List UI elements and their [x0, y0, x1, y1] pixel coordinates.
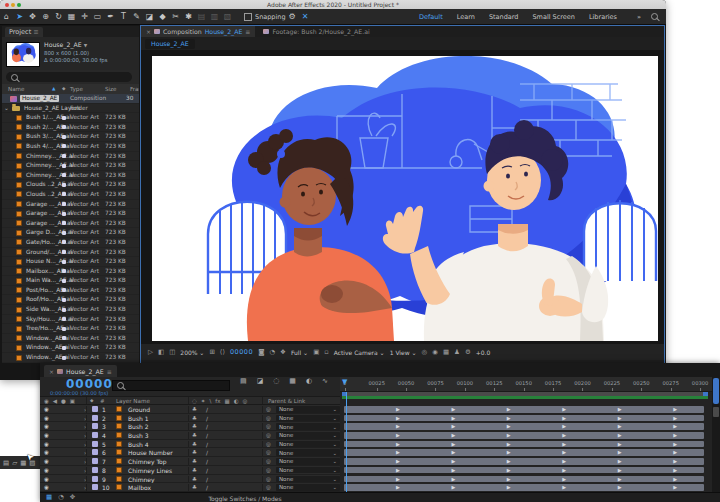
playhead-line[interactable]	[346, 392, 347, 492]
timeline-layer-row[interactable]: ◉ › 10 Mailbox ♣ / ◎ None ⌄	[40, 483, 340, 492]
brush-tool-icon[interactable]: ✎	[130, 9, 143, 24]
grayed-tool-icon-3[interactable]: ▧	[221, 9, 234, 24]
project-row-footage[interactable]: Chimney..._AE.ai Vector Art 723 KB	[2, 152, 139, 162]
layer-duration-bar[interactable]: ▶ ▶ ▶ ▶ ▶ ▶	[344, 406, 704, 413]
project-row-footage[interactable]: Mailbox..._AE.ai Vector Art 723 KB	[2, 267, 139, 277]
timeline-scrollbar[interactable]	[712, 377, 720, 492]
hide-shy-icon[interactable]: ◌	[273, 377, 279, 385]
continuously-rasterize-icon[interactable]: /	[206, 449, 208, 456]
camera-tool-icon[interactable]: ▦	[65, 9, 78, 24]
layer-duration-bar[interactable]: ▶ ▶ ▶ ▶ ▶ ▶	[344, 484, 704, 491]
pixel-aspect-icon[interactable]: ◎	[422, 348, 428, 356]
quality-sampling-icon[interactable]: ♣	[192, 467, 197, 473]
camera-select[interactable]: Active Camera ⌄	[334, 349, 385, 356]
time-ruler[interactable]: 0000250005000075001000012500150001750020…	[340, 377, 712, 392]
grid-guides-icon[interactable]: ⊞	[209, 348, 214, 356]
project-row-footage[interactable]: Chimney..._AE.ai Vector Art 723 KB	[2, 171, 139, 181]
parent-pickwhip-icon[interactable]: ◎	[266, 467, 271, 473]
puppet-pin-tool-icon[interactable]: ✱	[182, 9, 195, 24]
parent-select[interactable]: None ⌄	[276, 484, 340, 491]
layer-color-swatch[interactable]	[92, 423, 98, 429]
flowchart-icon[interactable]: ♟	[454, 348, 460, 356]
layer-track-lane[interactable]: ▶ ▶ ▶ ▶ ▶ ▶	[340, 414, 712, 423]
continuously-rasterize-icon[interactable]: /	[206, 406, 208, 413]
fx-column-icon[interactable]: fx	[215, 398, 220, 404]
parent-pickwhip-icon[interactable]: ◎	[266, 458, 271, 464]
layer-duration-bar[interactable]: ▶ ▶ ▶ ▶ ▶ ▶	[344, 467, 704, 474]
timeline-search-field[interactable]	[112, 380, 230, 391]
reset-exposure-icon[interactable]: ⚙	[465, 348, 471, 356]
home-tool-icon[interactable]: ⌂	[0, 9, 13, 24]
parent-select[interactable]: None ⌄	[276, 441, 340, 448]
solo-column-icon[interactable]: ●	[61, 398, 66, 404]
footage-tab[interactable]: Footage: Bush 2/House_2_AE.ai	[255, 26, 377, 37]
layer-name[interactable]: Bush 2	[128, 423, 149, 430]
layer-visibility-icon[interactable]: ◉	[44, 423, 49, 429]
parent-pickwhip-icon[interactable]: ◎	[266, 432, 271, 438]
continuously-rasterize-icon[interactable]: /	[206, 432, 208, 439]
layer-duration-bar[interactable]: ▶ ▶ ▶ ▶ ▶ ▶	[344, 476, 704, 483]
close-tab-icon[interactable]: ×	[146, 28, 151, 35]
viewer-tab[interactable]: House_2_AE	[145, 39, 195, 49]
panel-menu-icon[interactable]: ≡	[33, 28, 38, 36]
panel-menu-icon[interactable]: ≡	[107, 368, 112, 375]
interpret-footage-icon[interactable]: ▤	[3, 459, 9, 467]
project-row-footage[interactable]: Window.._AE.ai Vector Art 723 KB	[2, 334, 139, 344]
snap-options-icon[interactable]: ⚙	[286, 9, 299, 24]
panel-menu-icon[interactable]: ≡	[245, 28, 250, 35]
motion-blur-column-icon[interactable]: ◐	[234, 398, 239, 404]
project-row-folder[interactable]: ⌄ House_2_AE Layers Folder	[2, 104, 139, 114]
parent-select[interactable]: None ⌄	[276, 423, 340, 430]
current-timecode[interactable]: 00000	[66, 377, 113, 391]
layer-name[interactable]: House Number	[128, 449, 173, 456]
continuously-rasterize-icon[interactable]: /	[206, 415, 208, 422]
graph-editor-icon[interactable]: ∿	[322, 377, 328, 385]
project-search-field[interactable]	[6, 72, 132, 82]
project-row-footage[interactable]: Bush 2/..._AE.ai Vector Art 723 KB	[2, 123, 139, 133]
timeline-layer-row[interactable]: ◉ › 3 Bush 2 ♣ / ◎ None ⌄	[40, 422, 340, 431]
parent-pickwhip-icon[interactable]: ◎	[266, 449, 271, 455]
layer-track-lane[interactable]: ▶ ▶ ▶ ▶ ▶ ▶	[340, 466, 712, 475]
layer-color-swatch[interactable]	[92, 458, 98, 464]
project-row-footage[interactable]: Main Wa..._AE.ai Vector Art 723 KB	[2, 276, 139, 286]
scrollbar-thumb[interactable]	[713, 378, 719, 404]
quality-column-icon[interactable]: \	[209, 398, 211, 404]
layer-visibility-icon[interactable]: ◉	[44, 432, 49, 438]
roto-brush-tool-icon[interactable]: ✂	[169, 9, 182, 24]
comp-current-time[interactable]: 00000	[230, 348, 253, 356]
close-tab-icon[interactable]: ×	[49, 368, 54, 375]
quality-sampling-icon[interactable]: ♣	[192, 458, 197, 464]
layer-track-lane[interactable]: ▶ ▶ ▶ ▶ ▶ ▶	[340, 431, 712, 440]
project-row-footage[interactable]: Post/Ho..._AE.ai Vector Art 723 KB	[2, 286, 139, 296]
parent-pickwhip-icon[interactable]: ◎	[266, 406, 271, 412]
show-snapshot-icon[interactable]: ◔	[269, 348, 275, 356]
column-frame[interactable]: Frame	[130, 84, 139, 94]
hand-tool-icon[interactable]: ✥	[26, 9, 39, 24]
resolution-select[interactable]: Full ⌄	[291, 349, 308, 356]
continuously-rasterize-icon[interactable]: /	[206, 484, 208, 491]
workspace-tab[interactable]: Default	[419, 13, 443, 21]
layer-visibility-icon[interactable]: ◉	[44, 449, 49, 455]
continuously-rasterize-icon[interactable]: /	[206, 476, 208, 483]
timeline-tab[interactable]: × House_2_AE ≡	[44, 365, 117, 377]
project-row-footage[interactable]: Bush 4/..._AE.ai Vector Art 723 KB	[2, 142, 139, 152]
layer-visibility-icon[interactable]: ◉	[44, 484, 49, 490]
layer-visibility-icon[interactable]: ◉	[44, 441, 49, 447]
quality-sampling-icon[interactable]: ♣	[192, 432, 197, 438]
scrollbar-grip[interactable]	[713, 407, 719, 417]
project-row-footage[interactable]: Garge D..._AE.ai Vector Art 723 KB	[2, 228, 139, 238]
parent-pickwhip-icon[interactable]: ◎	[266, 423, 271, 429]
layer-color-swatch[interactable]	[92, 484, 98, 490]
snapping-checkbox[interactable]	[244, 13, 252, 21]
project-row-footage[interactable]: Garage ..._AE.ai Vector Art 723 KB	[2, 200, 139, 210]
parent-select[interactable]: None ⌄	[276, 467, 340, 474]
expand-layer-switches-icon[interactable]: ▦	[46, 493, 52, 501]
show-channel-icon[interactable]: ❖	[280, 348, 286, 356]
type-tool-icon[interactable]: T	[117, 9, 130, 24]
eraser-tool-icon[interactable]: ◆	[156, 9, 169, 24]
lock-column-icon[interactable]: ▣	[70, 398, 75, 404]
layer-duration-bar[interactable]: ▶ ▶ ▶ ▶ ▶ ▶	[344, 458, 704, 465]
main-viewer-icon[interactable]: ◧	[158, 348, 164, 356]
layer-color-swatch[interactable]	[92, 415, 98, 421]
parent-select[interactable]: None ⌄	[276, 415, 340, 422]
